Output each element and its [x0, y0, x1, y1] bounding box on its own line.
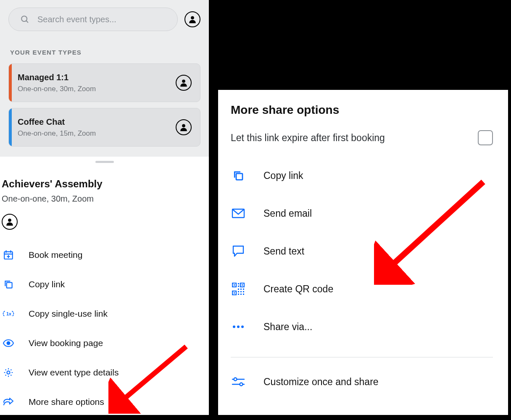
more-icon	[232, 320, 245, 333]
left-panel: YOUR EVENT TYPES Managed 1:1 One-on-one,…	[0, 0, 209, 415]
single-use-icon: 1x	[2, 307, 15, 320]
share-options-panel: More share options Let this link expire …	[218, 90, 508, 415]
action-label: View booking page	[29, 338, 103, 348]
svg-rect-30	[238, 294, 239, 295]
action-copy-link[interactable]: Copy link	[2, 278, 207, 291]
action-label: Copy link	[29, 279, 65, 289]
svg-rect-31	[240, 291, 242, 292]
selected-event-avatar	[2, 214, 18, 230]
share-label: Send email	[263, 208, 312, 219]
share-send-text[interactable]: Send text	[231, 244, 493, 258]
event-list-area: YOUR EVENT TYPES Managed 1:1 One-on-one,…	[0, 0, 209, 157]
share-create-qr[interactable]: Create QR code	[231, 282, 493, 296]
event-text: Coffee Chat One-on-one, 15m, Zoom	[12, 117, 176, 138]
chat-icon	[232, 244, 245, 258]
share-send-email[interactable]: Send email	[231, 207, 493, 220]
event-sub: One-on-one, 30m, Zoom	[18, 85, 176, 93]
event-avatar	[176, 75, 192, 91]
svg-rect-19	[234, 284, 235, 286]
event-text: Managed 1:1 One-on-one, 30m, Zoom	[12, 73, 176, 93]
action-label: Book meeting	[29, 250, 82, 260]
share-label: Copy link	[263, 170, 303, 181]
svg-point-14	[7, 342, 10, 345]
selected-event-sub: One-on-one, 30m, Zoom	[2, 194, 207, 204]
share-list: Copy link Send email Send text Create QR…	[231, 169, 493, 333]
share-label: Customize once and share	[263, 376, 379, 388]
action-more-share-options[interactable]: More share options	[2, 395, 207, 409]
expire-label: Let this link expire after first booking	[231, 132, 385, 144]
svg-rect-12	[7, 283, 12, 288]
action-view-booking-page[interactable]: View booking page	[2, 336, 207, 350]
share-via[interactable]: Share via...	[231, 320, 493, 333]
svg-rect-28	[243, 289, 244, 290]
svg-rect-32	[243, 294, 244, 295]
event-sheet: Achievers' Assembly One-on-one, 30m, Zoo…	[0, 163, 209, 409]
svg-point-35	[233, 326, 235, 328]
svg-line-1	[26, 21, 28, 22]
svg-rect-26	[238, 289, 239, 290]
expire-row: Let this link expire after first booking	[231, 130, 493, 145]
svg-point-41	[240, 383, 243, 386]
event-title: Coffee Chat	[18, 117, 176, 127]
action-label: More share options	[29, 397, 104, 407]
section-label: YOUR EVENT TYPES	[10, 49, 200, 56]
qr-icon	[232, 282, 245, 296]
divider	[231, 357, 493, 357]
event-title: Managed 1:1	[18, 73, 176, 82]
svg-point-2	[191, 16, 194, 19]
expire-checkbox[interactable]	[478, 130, 493, 145]
eye-icon	[2, 336, 15, 350]
stripe	[9, 64, 12, 102]
search-row	[8, 8, 200, 31]
event-avatar	[176, 119, 192, 135]
action-label: Copy single-use link	[29, 309, 108, 319]
svg-rect-29	[238, 291, 239, 292]
svg-point-36	[237, 326, 240, 328]
search-input[interactable]	[37, 15, 168, 24]
share-panel-title: More share options	[231, 103, 493, 117]
action-copy-single-use[interactable]: 1x Copy single-use link	[2, 307, 207, 320]
svg-point-4	[182, 124, 185, 127]
svg-rect-24	[238, 283, 239, 284]
svg-rect-33	[240, 294, 242, 295]
svg-point-37	[241, 326, 244, 328]
svg-rect-27	[240, 289, 242, 290]
mail-icon	[232, 207, 245, 220]
svg-rect-16	[236, 173, 242, 180]
svg-point-39	[234, 378, 237, 381]
action-list: Book meeting Copy link 1x Copy single-us…	[2, 248, 207, 409]
action-label: View event type details	[29, 368, 119, 378]
share-label: Send text	[263, 246, 304, 257]
share-label: Share via...	[263, 321, 312, 333]
search-box[interactable]	[8, 8, 178, 31]
gear-icon	[2, 366, 15, 379]
action-view-event-details[interactable]: View event type details	[2, 366, 207, 379]
svg-rect-34	[243, 291, 244, 292]
profile-avatar[interactable]	[184, 11, 200, 27]
svg-point-3	[182, 79, 185, 83]
share-copy-link[interactable]: Copy link	[231, 169, 493, 182]
sliders-icon	[232, 375, 245, 388]
share-label: Create QR code	[263, 284, 333, 295]
stripe	[9, 108, 12, 146]
calendar-add-icon	[2, 248, 15, 262]
copy-icon	[232, 169, 245, 182]
event-sub: One-on-one, 15m, Zoom	[18, 129, 176, 138]
event-card-managed[interactable]: Managed 1:1 One-on-one, 30m, Zoom	[8, 63, 200, 102]
share-customize-once[interactable]: Customize once and share	[231, 375, 493, 388]
svg-rect-23	[234, 292, 235, 294]
svg-text:1x: 1x	[6, 311, 12, 316]
svg-rect-21	[242, 284, 243, 286]
svg-point-5	[8, 218, 11, 222]
svg-point-15	[7, 371, 10, 374]
action-book-meeting[interactable]: Book meeting	[2, 248, 207, 262]
event-card-coffee[interactable]: Coffee Chat One-on-one, 15m, Zoom	[8, 108, 200, 147]
share-icon	[2, 395, 15, 409]
selected-event-title: Achievers' Assembly	[2, 178, 207, 190]
copy-icon	[2, 278, 15, 291]
search-icon	[18, 13, 32, 26]
svg-rect-25	[238, 286, 239, 287]
